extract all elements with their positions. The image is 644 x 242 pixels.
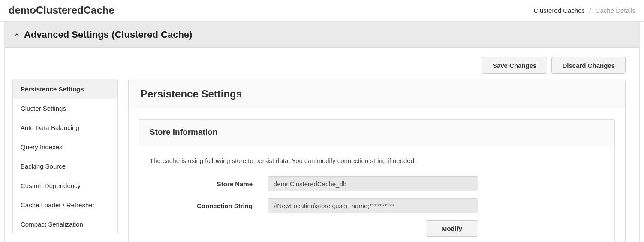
card-title: Store Information bbox=[150, 127, 604, 137]
content-wrap: Save Changes Discard Changes Persistence… bbox=[4, 48, 640, 242]
chevron-up-icon bbox=[14, 32, 20, 38]
card-description: The cache is using following store to pe… bbox=[150, 157, 604, 164]
sidebar-item-persistence-settings[interactable]: Persistence Settings bbox=[13, 79, 117, 99]
card-header: Store Information bbox=[139, 120, 614, 145]
form-row-connection-string: Connection String bbox=[150, 198, 604, 213]
page-title: demoClusteredCache bbox=[9, 4, 114, 16]
settings-sidebar: Persistence Settings Cluster Settings Au… bbox=[12, 79, 118, 234]
spacer bbox=[150, 220, 253, 237]
breadcrumb-separator: / bbox=[589, 7, 591, 14]
breadcrumb-link-clustered-caches[interactable]: Clustered Caches bbox=[534, 7, 585, 14]
sidebar-item-custom-dependency[interactable]: Custom Dependency bbox=[13, 176, 117, 195]
breadcrumb: Clustered Caches / Cache Details bbox=[534, 7, 635, 14]
store-name-label: Store Name bbox=[150, 180, 253, 188]
connection-string-label: Connection String bbox=[150, 202, 253, 209]
discard-changes-button[interactable]: Discard Changes bbox=[551, 57, 626, 74]
sidebar-item-backing-source[interactable]: Backing Source bbox=[13, 157, 117, 176]
panel-title: Persistence Settings bbox=[141, 88, 613, 100]
sidebar-item-cluster-settings[interactable]: Cluster Settings bbox=[13, 99, 117, 118]
actions-row: Save Changes Discard Changes bbox=[5, 48, 639, 74]
connection-string-input bbox=[268, 198, 478, 213]
section-title: Advanced Settings (Clustered Cache) bbox=[24, 29, 192, 40]
sidebar-item-cache-loader-refresher[interactable]: Cache Loader / Refresher bbox=[13, 195, 117, 215]
modify-holder: Modify bbox=[268, 220, 478, 237]
modify-button[interactable]: Modify bbox=[426, 220, 478, 237]
sidebar-item-auto-data-balancing[interactable]: Auto Data Balancing bbox=[13, 118, 117, 137]
card-body: The cache is using following store to pe… bbox=[139, 145, 614, 242]
body-row: Persistence Settings Cluster Settings Au… bbox=[5, 74, 639, 242]
sidebar-item-query-indexes[interactable]: Query Indexes bbox=[13, 137, 117, 157]
store-name-input bbox=[268, 176, 478, 191]
modify-row: Modify bbox=[150, 220, 604, 237]
header-bar: demoClusteredCache Clustered Caches / Ca… bbox=[0, 0, 644, 22]
main-panel: Persistence Settings Store Information T… bbox=[128, 79, 626, 242]
sidebar-item-compact-serialization[interactable]: Compact Serialization bbox=[13, 215, 117, 234]
save-changes-button[interactable]: Save Changes bbox=[482, 57, 548, 74]
section-header[interactable]: Advanced Settings (Clustered Cache) bbox=[4, 22, 640, 48]
store-information-card: Store Information The cache is using fol… bbox=[139, 119, 615, 242]
breadcrumb-current: Cache Details bbox=[596, 7, 635, 14]
panel-header: Persistence Settings bbox=[129, 79, 625, 109]
form-row-store-name: Store Name bbox=[150, 176, 604, 191]
